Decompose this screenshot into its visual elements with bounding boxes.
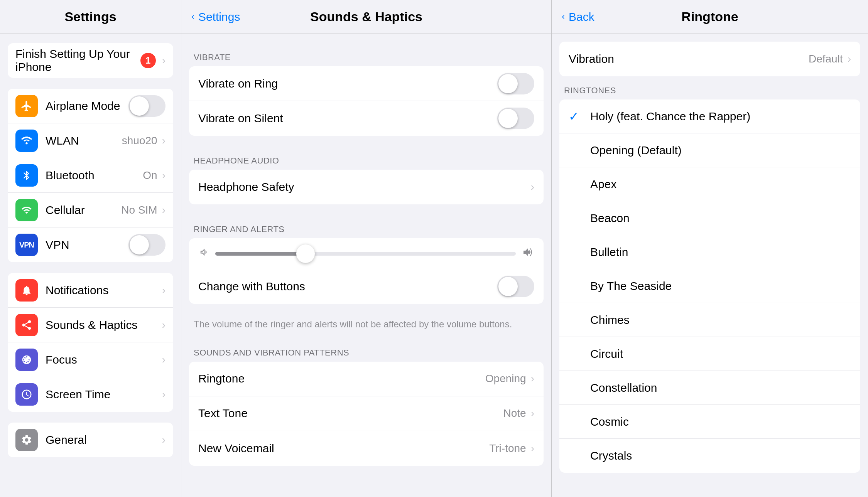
bluetooth-value: On [143, 169, 157, 182]
vibration-card: Vibration Default › [559, 42, 860, 76]
ringtone-cosmic[interactable]: ✓ Cosmic [559, 405, 860, 439]
screen-time-icon [15, 383, 38, 406]
focus-chevron: › [162, 354, 165, 366]
network-card: Airplane Mode WLAN shuo20 › [8, 89, 173, 262]
text-tone-row[interactable]: Text Tone Note › [189, 396, 544, 431]
middle-back-button[interactable]: Settings [189, 10, 240, 24]
vpn-icon: VPN [15, 234, 38, 256]
sounds-row[interactable]: Sounds & Haptics › [8, 308, 173, 342]
vibrate-ring-row[interactable]: Vibrate on Ring [189, 66, 544, 101]
right-title: Ringtone [681, 9, 738, 24]
wlan-label: WLAN [46, 134, 122, 147]
ringtone-opening[interactable]: ✓ Opening (Default) [559, 133, 860, 167]
general-group: General › [0, 423, 181, 457]
change-buttons-label: Change with Buttons [198, 280, 497, 293]
right-back-label: Back [569, 10, 594, 24]
text-tone-value: Note [503, 407, 526, 420]
cellular-icon [15, 199, 38, 221]
ringtone-chevron: › [531, 372, 534, 385]
ringtone-chimes[interactable]: ✓ Chimes [559, 303, 860, 337]
change-buttons-toggle[interactable] [497, 276, 534, 297]
ringtone-row[interactable]: Ringtone Opening › [189, 362, 544, 396]
chimes-name: Chimes [590, 313, 630, 327]
ringtone-by-the-seaside[interactable]: ✓ By The Seaside [559, 269, 860, 303]
ringtone-list: ✓ Holy (feat. Chance the Rapper) ✓ Openi… [559, 99, 860, 473]
headphone-safety-row[interactable]: Headphone Safety › [189, 170, 544, 204]
headphone-safety-label: Headphone Safety [198, 180, 529, 194]
bulletin-name: Bulletin [590, 246, 628, 259]
notifications-label: Notifications [46, 284, 160, 297]
ringtone-crystals[interactable]: ✓ Crystals [559, 439, 860, 473]
ringtone-bulletin[interactable]: ✓ Bulletin [559, 235, 860, 269]
right-panel: Back Ringtone Vibration Default › RINGTO… [552, 0, 868, 497]
volume-low-icon [198, 247, 209, 260]
opening-name: Opening (Default) [590, 144, 682, 157]
vibrate-header: VIBRATE [181, 43, 551, 66]
setup-card: Finish Setting Up Your iPhone 1 › [8, 43, 173, 78]
ringtone-holy[interactable]: ✓ Holy (feat. Chance the Rapper) [559, 99, 860, 133]
ringtone-apex[interactable]: ✓ Apex [559, 167, 860, 201]
focus-row[interactable]: Focus › [8, 342, 173, 377]
voicemail-value: Tri-tone [489, 442, 526, 455]
text-tone-label: Text Tone [198, 407, 503, 420]
general-card: General › [8, 423, 173, 457]
network-group: Airplane Mode WLAN shuo20 › [0, 89, 181, 262]
ringer-slider-track[interactable] [215, 252, 516, 256]
left-title: Settings [64, 9, 116, 24]
vibrate-silent-label: Vibrate on Silent [198, 112, 497, 125]
ringtone-value: Opening [485, 372, 526, 385]
setup-label: Finish Setting Up Your iPhone [15, 47, 140, 74]
airplane-toggle[interactable] [128, 95, 165, 117]
vpn-row[interactable]: VPN VPN [8, 227, 173, 262]
vibrate-ring-label: Vibrate on Ring [198, 77, 497, 90]
bluetooth-icon [15, 164, 38, 187]
screen-time-row[interactable]: Screen Time › [8, 377, 173, 412]
setup-badge: 1 [140, 53, 156, 68]
ringtone-label: Ringtone [198, 372, 485, 385]
bluetooth-chevron: › [162, 169, 165, 182]
change-buttons-row[interactable]: Change with Buttons [189, 269, 544, 304]
wlan-row[interactable]: WLAN shuo20 › [8, 123, 173, 158]
bluetooth-label: Bluetooth [46, 169, 143, 182]
airplane-thumb [130, 96, 149, 116]
ringer-slider-thumb[interactable] [296, 244, 315, 263]
airplane-icon [15, 95, 38, 117]
vpn-thumb [130, 235, 149, 254]
ringer-header: RINGER AND ALERTS [181, 215, 551, 238]
vpn-toggle[interactable] [128, 234, 165, 256]
voicemail-label: New Voicemail [198, 442, 489, 455]
headphone-header: HEADPHONE AUDIO [181, 147, 551, 170]
setup-group: Finish Setting Up Your iPhone 1 › [0, 43, 181, 78]
vibrate-card: Vibrate on Ring Vibrate on Silent [189, 66, 544, 136]
by-the-seaside-name: By The Seaside [590, 280, 672, 293]
general-row[interactable]: General › [8, 423, 173, 457]
vibrate-silent-toggle[interactable] [497, 108, 534, 129]
vibrate-silent-row[interactable]: Vibrate on Silent [189, 101, 544, 136]
vibration-row[interactable]: Vibration Default › [559, 42, 860, 76]
notifications-row[interactable]: Notifications › [8, 273, 173, 308]
focus-label: Focus [46, 353, 160, 366]
airplane-row[interactable]: Airplane Mode [8, 89, 173, 123]
right-back-button[interactable]: Back [559, 10, 594, 24]
ringtones-header: RINGTONES [552, 76, 868, 99]
apex-name: Apex [590, 178, 616, 191]
general-icon [15, 429, 38, 451]
vibrate-ring-thumb [498, 74, 518, 93]
middle-panel: Settings Sounds & Haptics VIBRATE Vibrat… [181, 0, 552, 497]
setup-banner-row[interactable]: Finish Setting Up Your iPhone 1 › [8, 43, 173, 78]
right-scroll: Vibration Default › RINGTONES ✓ Holy (fe… [552, 34, 868, 497]
sounds-chevron: › [162, 319, 165, 331]
ringtone-beacon[interactable]: ✓ Beacon [559, 201, 860, 235]
change-buttons-thumb [498, 277, 518, 296]
headphone-safety-chevron: › [531, 181, 534, 193]
ringtone-circuit[interactable]: ✓ Circuit [559, 337, 860, 371]
ringtone-constellation[interactable]: ✓ Constellation [559, 371, 860, 405]
middle-back-label: Settings [198, 10, 240, 24]
vibrate-ring-toggle[interactable] [497, 73, 534, 94]
general-chevron: › [162, 434, 165, 446]
voicemail-row[interactable]: New Voicemail Tri-tone › [189, 431, 544, 466]
bluetooth-row[interactable]: Bluetooth On › [8, 158, 173, 193]
focus-icon [15, 349, 38, 371]
cellular-row[interactable]: Cellular No SIM › [8, 193, 173, 227]
voicemail-chevron: › [531, 442, 534, 455]
